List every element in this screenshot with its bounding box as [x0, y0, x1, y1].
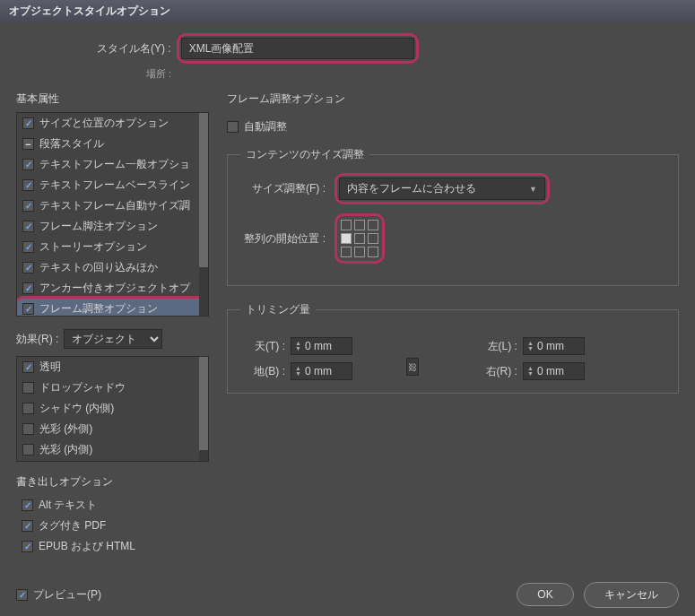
list-item[interactable]: テキストフレーム自動サイズ調: [17, 195, 208, 216]
checkbox[interactable]: [22, 200, 34, 212]
trim-top-input[interactable]: ▲▼: [291, 337, 352, 355]
checkbox[interactable]: [22, 282, 34, 294]
list-item[interactable]: ドロップシャドウ: [17, 377, 208, 398]
auto-adjust-label: 自動調整: [244, 119, 287, 134]
checkbox[interactable]: [22, 423, 34, 435]
list-item[interactable]: アンカー付きオブジェクトオプ: [17, 278, 208, 299]
link-icon[interactable]: ⛓: [406, 358, 419, 376]
style-name-label: スタイル名(Y) :: [97, 41, 171, 56]
checkbox[interactable]: [22, 520, 33, 532]
list-item-label: フレーム脚注オプション: [39, 219, 158, 234]
auto-adjust-checkbox[interactable]: [227, 121, 239, 133]
right-panel-title: フレーム調整オプション: [227, 91, 679, 107]
list-item-label: テキストフレームベースライン: [39, 178, 190, 193]
checkbox[interactable]: [22, 303, 34, 315]
checkbox[interactable]: [22, 444, 34, 455]
checkbox[interactable]: [22, 117, 34, 129]
align-start-label: 整列の開始位置 :: [240, 231, 326, 247]
export-header: 書き出しオプション: [16, 474, 209, 490]
list-item-label: フレーム調整オプション: [39, 301, 158, 317]
ok-button[interactable]: OK: [517, 583, 573, 606]
basic-attrs-header: 基本属性: [16, 91, 209, 107]
trim-left-label: 左(L) :: [473, 339, 517, 354]
list-item-label: テキストフレーム一般オプショ: [39, 157, 190, 172]
list-item-label: EPUB および HTML: [39, 539, 135, 554]
checkbox[interactable]: [22, 221, 34, 232]
effect-label: 効果(R) :: [16, 332, 58, 347]
list-item-label: ストーリーオプション: [39, 239, 147, 255]
checkbox[interactable]: [22, 179, 34, 191]
content-fit-legend: コンテンツのサイズ調整: [240, 147, 369, 162]
trim-right-input[interactable]: ▲▼: [523, 362, 585, 380]
list-item[interactable]: Alt テキスト: [16, 495, 209, 516]
trimming-legend: トリミング量: [240, 302, 316, 317]
trim-bottom-label: 地(B) :: [240, 364, 285, 379]
trim-bottom-input[interactable]: ▲▼: [291, 362, 352, 380]
list-item[interactable]: フレーム脚注オプション: [17, 216, 208, 237]
list-item[interactable]: ストーリーオプション: [17, 237, 208, 257]
list-item[interactable]: 透明: [17, 357, 208, 377]
cancel-button[interactable]: キャンセル: [584, 582, 679, 608]
list-item-label: 光彩 (外側): [39, 421, 92, 437]
trim-left-input[interactable]: ▲▼: [523, 337, 585, 355]
list-item-label: タグ付き PDF: [39, 518, 106, 534]
list-item[interactable]: 光彩 (内側): [17, 439, 208, 460]
list-item[interactable]: フレーム調整オプション: [17, 299, 208, 317]
list-item-label: アンカー付きオブジェクトオプ: [39, 281, 190, 296]
content-fit-group: コンテンツのサイズ調整 サイズ調整(F) : 内容をフレームに合わせる ▼ 整列…: [227, 147, 679, 286]
list-item-label: 段落スタイル: [39, 136, 104, 152]
style-name-input[interactable]: [181, 38, 414, 59]
list-item-label: テキストフレーム自動サイズ調: [39, 198, 190, 213]
checkbox[interactable]: [22, 499, 33, 511]
list-item[interactable]: 光彩 (外側): [17, 419, 208, 439]
checkbox[interactable]: [22, 541, 33, 552]
effect-list: 透明ドロップシャドウシャドウ (内側)光彩 (外側)光彩 (内側)ベベルとエンボ…: [16, 356, 209, 462]
list-item-label: シャドウ (内側): [39, 401, 114, 416]
trim-right-label: 右(R) :: [473, 364, 517, 379]
checkbox[interactable]: [22, 159, 34, 170]
list-item[interactable]: シャドウ (内側): [17, 398, 208, 419]
titlebar: オブジェクトスタイルオプション: [0, 0, 695, 22]
scrollbar[interactable]: [199, 357, 208, 461]
list-item[interactable]: サイズと位置のオプション: [17, 113, 208, 134]
list-item-label: サイズと位置のオプション: [39, 116, 169, 131]
scrollbar[interactable]: [199, 113, 208, 316]
align-anchor-grid[interactable]: [341, 220, 378, 257]
effect-select[interactable]: オブジェクト: [64, 329, 162, 349]
checkbox[interactable]: [22, 138, 34, 150]
place-label: 場所 :: [16, 67, 679, 81]
list-item[interactable]: EPUB および HTML: [16, 536, 209, 557]
checkbox[interactable]: [22, 262, 34, 273]
chevron-down-icon: ▼: [529, 185, 537, 194]
list-item[interactable]: タグ付き PDF: [16, 516, 209, 536]
trimming-group: トリミング量 天(T) : ▲▼ 地(B) : ▲▼ ⛓: [227, 302, 679, 394]
list-item[interactable]: ベベルとエンボス: [17, 460, 208, 462]
list-item-label: ドロップシャドウ: [39, 380, 126, 395]
size-adjust-dropdown[interactable]: 内容をフレームに合わせる ▼: [339, 178, 545, 200]
checkbox[interactable]: [22, 241, 34, 253]
checkbox[interactable]: [22, 361, 34, 373]
size-adjust-label: サイズ調整(F) :: [240, 181, 326, 196]
basic-attrs-list: サイズと位置のオプション段落スタイルテキストフレーム一般オプショテキストフレーム…: [16, 112, 209, 317]
export-list: Alt テキストタグ付き PDFEPUB および HTML: [16, 495, 209, 557]
checkbox[interactable]: [22, 403, 34, 414]
list-item[interactable]: テキストフレーム一般オプショ: [17, 154, 208, 175]
list-item-label: テキストの回り込みほか: [39, 260, 158, 275]
list-item[interactable]: テキストフレームベースライン: [17, 175, 208, 195]
list-item-label: 光彩 (内側): [39, 442, 92, 457]
list-item[interactable]: 段落スタイル: [17, 134, 208, 154]
trim-top-label: 天(T) :: [240, 339, 285, 354]
list-item-label: Alt テキスト: [39, 498, 97, 513]
preview-label: プレビュー(P): [33, 587, 101, 603]
list-item[interactable]: テキストの回り込みほか: [17, 257, 208, 278]
checkbox[interactable]: [22, 382, 34, 394]
preview-checkbox[interactable]: [16, 589, 28, 601]
list-item-label: 透明: [39, 360, 61, 375]
